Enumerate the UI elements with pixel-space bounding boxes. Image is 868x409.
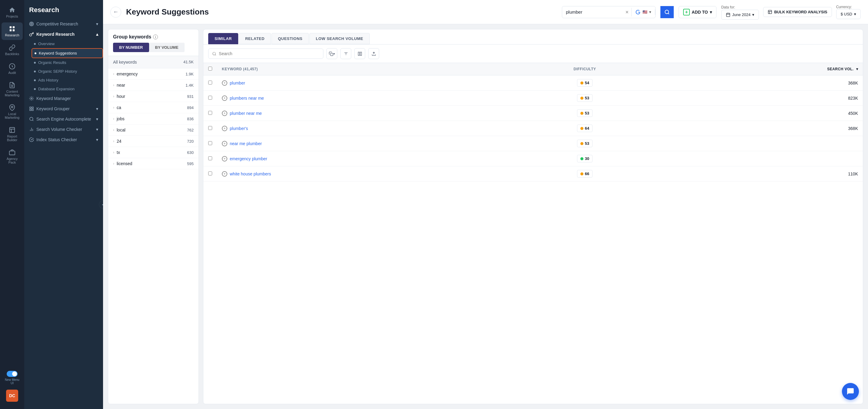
keyword-link[interactable]: + near me plumber bbox=[222, 141, 501, 146]
difficulty-value: 64 bbox=[585, 126, 589, 131]
keyword-text: near me plumber bbox=[230, 141, 262, 146]
tab-low-search-volume[interactable]: LOW SEARCH VOLUME bbox=[309, 33, 370, 44]
sidebar-item-competitive-research[interactable]: Competitive Research ▾ bbox=[24, 19, 103, 29]
sidebar-item-keyword-research[interactable]: Keyword Research ▴ bbox=[24, 29, 103, 39]
search-input[interactable] bbox=[562, 9, 623, 14]
row-checkbox[interactable] bbox=[208, 171, 212, 176]
chevron-down-icon: ▾ bbox=[752, 12, 754, 17]
svg-rect-8 bbox=[10, 128, 15, 133]
keyword-group-item[interactable]: › 24 720 bbox=[108, 136, 198, 147]
sidebar-sub-database-expansion[interactable]: Database Expansion bbox=[32, 85, 103, 93]
keyword-link[interactable]: + plumber bbox=[222, 80, 501, 86]
row-checkbox[interactable] bbox=[208, 96, 212, 100]
sidebar-sub-organic-results[interactable]: Organic Results bbox=[32, 58, 103, 67]
add-keyword-icon[interactable]: + bbox=[222, 156, 227, 161]
nav-agency-pack[interactable]: Agency Pack bbox=[1, 146, 23, 167]
chat-button[interactable] bbox=[842, 383, 859, 400]
sidebar-item-keyword-grouper[interactable]: Keyword Grouper ▾ bbox=[24, 104, 103, 114]
keyword-group-item[interactable]: › near 1.4K bbox=[108, 80, 198, 91]
keyword-group-item[interactable]: › jobs 836 bbox=[108, 113, 198, 125]
group-tabs: BY NUMBER BY VOLUME bbox=[108, 43, 198, 56]
user-avatar[interactable]: DC bbox=[6, 389, 18, 402]
add-to-button[interactable]: + ADD TO ▾ bbox=[679, 6, 716, 18]
row-checkbox[interactable] bbox=[208, 126, 212, 130]
search-engine-selector[interactable]: 🇺🇸 ▾ bbox=[631, 9, 655, 15]
select-all-checkbox[interactable] bbox=[208, 67, 212, 71]
col-search-vol[interactable]: SEARCH VOL. ▾ bbox=[664, 63, 863, 75]
difficulty-dot bbox=[580, 127, 583, 130]
nav-audit-label: Audit bbox=[8, 71, 16, 74]
keyword-group-name: hour bbox=[117, 94, 185, 99]
nav-local-marketing[interactable]: Local Marketing bbox=[1, 101, 23, 122]
back-button[interactable]: ← bbox=[110, 7, 121, 18]
keyword-group-item[interactable]: › tx 630 bbox=[108, 147, 198, 158]
nav-backlinks[interactable]: Backlinks bbox=[1, 41, 23, 59]
add-keyword-icon[interactable]: + bbox=[222, 126, 227, 131]
keyword-group-item[interactable]: › ca 894 bbox=[108, 102, 198, 113]
sidebar-title: Research bbox=[24, 0, 103, 19]
add-keyword-icon[interactable]: + bbox=[222, 111, 227, 116]
sidebar-sub-organic-serp[interactable]: Organic SERP History bbox=[32, 67, 103, 76]
sidebar-sub-keyword-suggestions[interactable]: Keyword Suggestions bbox=[32, 48, 103, 58]
chevron-down-icon: ▾ bbox=[96, 106, 98, 111]
row-checkbox[interactable] bbox=[208, 156, 212, 160]
tab-questions[interactable]: QUESTIONS bbox=[272, 33, 309, 44]
keyword-group-count: 894 bbox=[187, 105, 194, 110]
svg-rect-36 bbox=[331, 53, 333, 56]
all-keywords-row[interactable]: All keywords 41.5K bbox=[108, 56, 198, 68]
sidebar-item-keyword-manager[interactable]: Keyword Manager bbox=[24, 93, 103, 104]
keyword-group-item[interactable]: › local 762 bbox=[108, 125, 198, 136]
keyword-group-item[interactable]: › licensed 595 bbox=[108, 158, 198, 169]
sidebar-sub-overview[interactable]: Overview bbox=[32, 39, 103, 48]
new-menu-toggle[interactable] bbox=[7, 371, 18, 377]
columns-action-btn[interactable] bbox=[354, 48, 365, 59]
nav-research[interactable]: Research bbox=[1, 23, 23, 40]
add-keyword-icon[interactable]: + bbox=[222, 80, 227, 86]
search-clear-btn[interactable]: ✕ bbox=[623, 10, 631, 14]
nav-report-builder[interactable]: Report Builder bbox=[1, 124, 23, 145]
keyword-group-item[interactable]: › emergency 1.9K bbox=[108, 68, 198, 80]
keyword-link[interactable]: + white house plumbers bbox=[222, 171, 501, 177]
keyword-link[interactable]: + plumber's bbox=[222, 126, 501, 131]
date-selector[interactable]: June 2024 ▾ bbox=[721, 10, 759, 20]
search-filter-row: ▾ bbox=[204, 44, 863, 63]
keyword-link[interactable]: + plumbers near me bbox=[222, 95, 501, 101]
keyword-filter-input[interactable] bbox=[219, 51, 319, 56]
nav-audit[interactable]: Audit bbox=[1, 60, 23, 77]
tab-similar[interactable]: SIMILAR bbox=[208, 33, 238, 44]
keyword-group-item[interactable]: › hour 931 bbox=[108, 91, 198, 102]
keyword-text: emergency plumber bbox=[230, 156, 267, 161]
filter-action-btn[interactable] bbox=[340, 48, 351, 59]
data-for-section: Data for: June 2024 ▾ bbox=[721, 4, 759, 20]
currency-selector[interactable]: $ USD ▾ bbox=[836, 9, 861, 19]
row-checkbox[interactable] bbox=[208, 81, 212, 85]
keyword-search-box[interactable] bbox=[208, 49, 323, 59]
search-button[interactable] bbox=[660, 6, 674, 18]
export-action-btn[interactable] bbox=[368, 48, 379, 59]
difficulty-badge: 66 bbox=[577, 170, 592, 178]
search-volume-value: 450K bbox=[664, 106, 863, 121]
row-checkbox[interactable] bbox=[208, 141, 212, 145]
copy-action-btn[interactable]: ▾ bbox=[327, 48, 337, 59]
sidebar-item-index-checker[interactable]: Index Status Checker ▾ bbox=[24, 134, 103, 145]
tab-by-number[interactable]: BY NUMBER bbox=[113, 43, 149, 52]
tab-by-volume[interactable]: BY VOLUME bbox=[149, 43, 185, 52]
tab-related[interactable]: RELATED bbox=[239, 33, 271, 44]
info-icon[interactable]: i bbox=[153, 35, 158, 39]
add-keyword-icon[interactable]: + bbox=[222, 95, 227, 101]
group-keywords-title: Group keywords i bbox=[108, 29, 198, 43]
keyword-link[interactable]: + plumber near me bbox=[222, 111, 501, 116]
col-keyword: KEYWORD (41,457) bbox=[217, 63, 506, 75]
nav-content-marketing[interactable]: Content Marketing bbox=[1, 79, 23, 100]
bulk-keyword-analysis-button[interactable]: BULK KEYWORD ANALYSIS bbox=[763, 7, 832, 17]
sidebar-item-autocomplete[interactable]: Search Engine Autocomplete ▾ bbox=[24, 114, 103, 124]
sidebar-collapse-btn[interactable]: ◀ bbox=[99, 200, 103, 209]
row-checkbox[interactable] bbox=[208, 111, 212, 115]
add-keyword-icon[interactable]: + bbox=[222, 171, 227, 177]
add-keyword-icon[interactable]: + bbox=[222, 141, 227, 146]
sidebar-sub-ads-history[interactable]: Ads History bbox=[32, 76, 103, 85]
sidebar-item-volume-checker[interactable]: Search Volume Checker ▾ bbox=[24, 124, 103, 134]
keyword-link[interactable]: + emergency plumber bbox=[222, 156, 501, 161]
columns-icon bbox=[358, 52, 362, 56]
nav-projects[interactable]: Projects bbox=[1, 4, 23, 21]
